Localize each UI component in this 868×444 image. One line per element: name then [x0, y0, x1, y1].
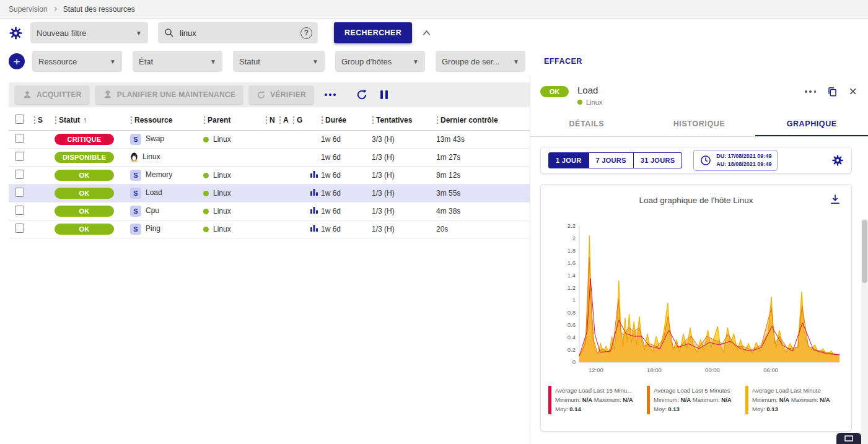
range-31days-button[interactable]: 31 JOURS	[634, 152, 683, 168]
acknowledge-button[interactable]: ACQUITTER	[15, 85, 89, 104]
check-button[interactable]: VÉRIFIER	[249, 85, 313, 104]
copy-link-icon[interactable]	[826, 86, 838, 98]
close-panel-icon[interactable]: ×	[849, 85, 857, 98]
clear-filters-button[interactable]: EFFACER	[544, 57, 582, 66]
custom-period-button[interactable]: DU: 17/08/2021 09:49 AU: 18/08/2021 09:4…	[693, 150, 778, 171]
linux-penguin-icon	[130, 152, 138, 162]
table-row-cpu[interactable]: OK SCpu Linux 1w 6d 1/3 (H) 4m 38s	[9, 202, 530, 220]
panel-host[interactable]: Linux	[586, 98, 602, 106]
select-all-header[interactable]	[9, 111, 33, 130]
graph-available-icon[interactable]	[310, 170, 318, 178]
period-to: AU: 18/08/2021 09:49	[716, 160, 771, 168]
graph-title: Load graphique de l'hôte Linux	[548, 196, 844, 205]
actions-toolbar: ACQUITTER PLANIFIER UNE MAINTENANCE VÉRI…	[9, 82, 530, 107]
legend-item-load1[interactable]: Average Load Last Minute Minimum: N/A Ma…	[745, 386, 844, 414]
col-header-parent[interactable]: Parent	[203, 111, 265, 130]
refresh-icon[interactable]	[356, 89, 368, 101]
drag-dots-icon	[436, 116, 439, 124]
service-icon: S	[130, 224, 141, 235]
time-range-group: 1 JOUR 7 JOURS 31 JOURS	[548, 152, 682, 168]
export-graph-icon[interactable]	[829, 193, 841, 207]
tab-history[interactable]: HISTORIQUE	[643, 111, 756, 136]
range-7days-button[interactable]: 7 JOURS	[589, 152, 634, 168]
graph-settings-gear-icon[interactable]	[831, 154, 844, 167]
clock-icon	[699, 154, 712, 167]
tab-graph[interactable]: GRAPHIQUE	[755, 111, 868, 136]
criteria-select-hostgroup[interactable]: Group d'hôtes▼	[335, 51, 425, 72]
scrollbar-thumb[interactable]	[862, 220, 867, 283]
criteria-select-servicegroup[interactable]: Groupe de ser...▼	[436, 51, 525, 72]
row-checkbox[interactable]	[15, 206, 24, 215]
col-header-a[interactable]: A	[279, 111, 292, 130]
filter-bar: Nouveau filtre ▼ ? RECHERCHER	[0, 19, 868, 47]
criteria-bar: + Ressource▼ État▼ Statut▼ Group d'hôtes…	[0, 47, 868, 76]
col-header-n[interactable]: N	[265, 111, 279, 130]
host-up-dot-icon	[203, 191, 209, 196]
add-criteria-icon[interactable]: +	[9, 53, 25, 69]
breadcrumb-supervision[interactable]: Supervision	[9, 5, 48, 14]
row-checkbox[interactable]	[15, 224, 24, 233]
col-header-duration[interactable]: Durée	[321, 111, 372, 130]
person-icon	[22, 90, 32, 100]
collapse-filters-icon[interactable]	[421, 27, 432, 39]
col-header-lastcheck[interactable]: Dernier contrôle	[436, 111, 530, 130]
host-up-dot-icon	[203, 209, 209, 214]
service-icon: S	[130, 206, 141, 217]
status-badge: DISPONIBLE	[55, 152, 114, 163]
search-box: ?	[158, 22, 318, 43]
panel-more-icon[interactable]	[805, 90, 816, 93]
svg-text:2: 2	[572, 235, 576, 242]
legend-item-load15[interactable]: Average Load Last 15 Minu... Minimum: N/…	[548, 386, 647, 414]
search-input[interactable]	[180, 28, 296, 38]
col-header-resource[interactable]: Ressource	[130, 111, 203, 130]
table-row-memory[interactable]: OK SMemory Linux 1w 6d 1/3 (H) 8m 12s	[9, 166, 530, 184]
chevron-down-icon: ▼	[513, 58, 519, 65]
row-checkbox[interactable]	[15, 188, 24, 197]
host-up-dot-icon	[203, 173, 209, 178]
row-checkbox[interactable]	[15, 152, 24, 161]
criteria-select-status[interactable]: Statut▼	[233, 51, 325, 72]
downtime-button[interactable]: PLANIFIER UNE MAINTENANCE	[95, 85, 243, 104]
col-header-tries[interactable]: Tentatives	[372, 111, 436, 130]
table-row-linux-host[interactable]: DISPONIBLE Linux 1w 6d 1/3 (H) 1m 27s	[9, 148, 530, 166]
pause-icon[interactable]	[379, 89, 389, 100]
graph-available-icon[interactable]	[310, 206, 318, 214]
drag-dots-icon	[203, 116, 206, 124]
saved-filter-value: Nouveau filtre	[37, 28, 86, 38]
time-range-card: 1 JOUR 7 JOURS 31 JOURS DU: 17/08/2021 0…	[540, 147, 852, 174]
col-header-g[interactable]: G	[292, 111, 321, 130]
graph-available-icon[interactable]	[310, 188, 318, 196]
graph-available-icon[interactable]	[310, 224, 318, 232]
help-icon[interactable]: ?	[300, 27, 312, 39]
saved-filter-select[interactable]: Nouveau filtre ▼	[30, 22, 148, 43]
breadcrumb-current: Statut des ressources	[63, 5, 135, 14]
row-checkbox[interactable]	[15, 134, 24, 143]
legend-series-name: Average Load Last 15 Minu...	[555, 386, 633, 395]
graph-legend: Average Load Last 15 Minu... Minimum: N/…	[548, 386, 844, 414]
search-button[interactable]: RECHERCHER	[334, 22, 412, 43]
svg-text:0.2: 0.2	[568, 346, 576, 353]
select-all-checkbox[interactable]	[15, 115, 24, 124]
host-up-dot-icon	[203, 227, 209, 232]
col-header-severity[interactable]: S	[33, 111, 55, 130]
table-row-swap[interactable]: CRITIQUE SSwap Linux 1w 6d 3/3 (H) 13m 4…	[9, 130, 530, 148]
criteria-select-state[interactable]: État▼	[133, 51, 222, 72]
sort-asc-icon: ↑	[83, 116, 87, 124]
range-1day-button[interactable]: 1 JOUR	[548, 152, 589, 168]
legend-item-load5[interactable]: Average Load Last 5 Minutes Minimum: N/A…	[647, 386, 745, 414]
filter-settings-gear-icon[interactable]	[9, 26, 23, 40]
row-checkbox[interactable]	[15, 170, 24, 179]
load-chart[interactable]: 00.20.40.60.811.21.41.61.822.212:0018:00…	[548, 221, 842, 377]
col-header-status[interactable]: Statut↑	[55, 111, 130, 130]
graph-preview-button[interactable]	[836, 433, 861, 444]
more-actions-icon[interactable]	[325, 94, 336, 96]
panel-scrollbar[interactable]	[861, 219, 868, 444]
table-row-ping[interactable]: OK SPing Linux 1w 6d 1/3 (H) 20s	[9, 220, 530, 238]
tab-details[interactable]: DÉTAILS	[530, 111, 643, 136]
criteria-select-resource[interactable]: Ressource▼	[32, 51, 122, 72]
table-row-load[interactable]: OK SLoad Linux 1w 6d 1/3 (H) 3m 55s	[9, 184, 530, 202]
host-up-dot-icon	[203, 137, 209, 142]
drag-dots-icon	[292, 116, 295, 124]
service-icon: S	[130, 170, 141, 181]
drag-dots-icon	[55, 116, 57, 124]
